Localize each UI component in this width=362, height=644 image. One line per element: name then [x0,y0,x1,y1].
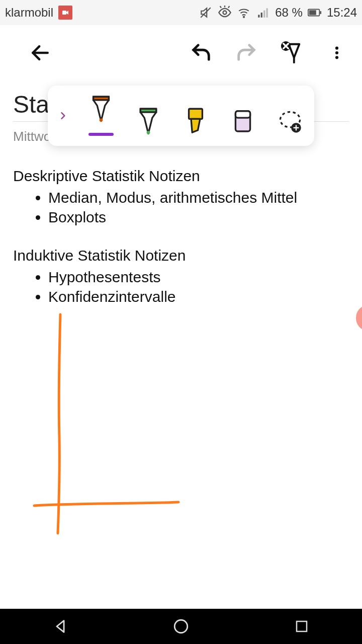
nav-back-button[interactable] [43,614,78,639]
collapse-toolbar-button[interactable] [57,109,69,123]
svg-point-23 [100,118,103,122]
section-heading-1[interactable]: Induktive Statistik Notizen [13,247,349,264]
eye-icon [218,6,232,20]
redo-button[interactable] [231,38,261,68]
list-item[interactable]: Median, Modus, arithmetisches Mittel [48,188,349,207]
svg-rect-12 [309,10,316,15]
svg-rect-0 [62,11,66,15]
svg-line-5 [228,6,229,8]
pen-toolbar [48,86,314,146]
clock-label: 15:24 [327,6,357,20]
app-bar [0,25,362,80]
ink-drawing[interactable] [30,312,211,548]
eraser-tool[interactable] [228,96,258,136]
lasso-add-tool[interactable] [275,96,305,136]
svg-point-19 [335,47,338,50]
svg-rect-13 [320,11,321,14]
battery-icon [308,6,322,20]
edge-record-bubble[interactable] [356,306,362,330]
status-bar: klarmobil 68 % 15:24 [0,0,362,25]
svg-rect-10 [266,8,268,17]
more-options-button[interactable] [322,38,352,68]
svg-rect-9 [263,11,265,18]
svg-rect-22 [94,97,109,100]
list-item[interactable]: Hypothesentests [48,267,349,287]
nav-home-button[interactable] [163,614,199,639]
section-list-0[interactable]: Median, Modus, arithmetisches Mittel Box… [48,188,349,227]
svg-rect-7 [258,15,259,17]
carrier-label: klarmobil [5,6,53,20]
recording-app-icon [58,6,72,20]
svg-point-21 [335,56,338,59]
pen-tool-red[interactable] [86,96,116,136]
svg-rect-28 [235,111,250,118]
exit-drawing-button[interactable] [277,38,307,68]
pen-tool-green[interactable] [133,96,163,136]
undo-button[interactable] [186,38,216,68]
svg-rect-33 [297,621,307,631]
svg-point-32 [174,620,188,633]
wifi-icon [237,6,251,20]
svg-rect-8 [261,13,262,18]
mute-icon [199,6,213,20]
highlighter-tool[interactable] [180,96,211,136]
svg-rect-26 [189,109,203,119]
android-nav-bar [0,609,362,644]
section-list-1[interactable]: Hypothesentests Konfidenzintervalle [48,267,349,306]
nav-recent-button[interactable] [284,614,319,639]
svg-point-25 [147,131,150,134]
svg-line-3 [220,6,221,8]
svg-point-2 [223,11,227,15]
signal-icon [256,6,270,20]
battery-pct: 68 % [275,6,303,20]
list-item[interactable]: Konfidenzintervalle [48,287,349,306]
list-item[interactable]: Boxplots [48,207,349,227]
svg-rect-24 [140,109,156,112]
svg-point-6 [243,17,244,18]
svg-point-20 [335,51,338,54]
section-heading-0[interactable]: Deskriptive Statistik Notizen [13,168,349,185]
back-button[interactable] [25,38,55,68]
